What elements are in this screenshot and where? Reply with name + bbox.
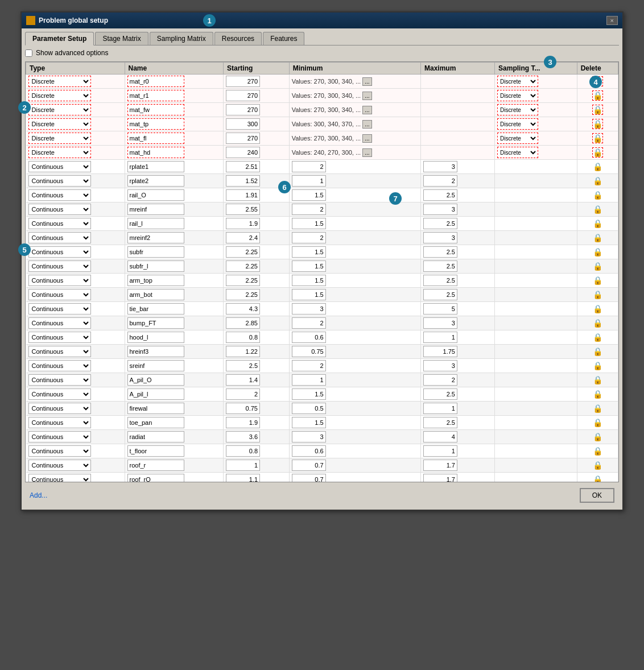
starting-input[interactable]	[226, 204, 260, 215]
tab-stage-matrix[interactable]: Stage Matrix	[95, 32, 148, 45]
max-input[interactable]	[423, 374, 457, 386]
lock-icon[interactable]: 🔒	[593, 347, 602, 356]
starting-input[interactable]	[226, 332, 260, 343]
type-select[interactable]: DiscreteContinuous	[28, 147, 91, 158]
ellipsis-button[interactable]: ...	[362, 148, 371, 157]
name-input[interactable]	[127, 289, 184, 300]
name-input[interactable]	[127, 360, 184, 371]
lock-icon[interactable]: 🔒	[593, 432, 602, 441]
min-input[interactable]	[292, 275, 326, 286]
min-input[interactable]	[292, 474, 326, 482]
starting-input[interactable]	[226, 76, 260, 87]
name-input[interactable]	[127, 403, 184, 414]
name-input[interactable]	[127, 204, 184, 215]
type-select[interactable]: DiscreteContinuous	[28, 204, 91, 215]
type-select[interactable]: DiscreteContinuous	[28, 360, 91, 371]
min-input[interactable]	[292, 218, 326, 229]
name-input[interactable]	[127, 133, 184, 144]
max-input[interactable]	[423, 445, 457, 457]
type-select[interactable]: DiscreteContinuous	[28, 289, 91, 300]
lock-icon[interactable]: 🔒	[593, 446, 602, 456]
name-input[interactable]	[127, 317, 184, 329]
lock-icon[interactable]: 🔒	[593, 162, 602, 171]
starting-input[interactable]	[226, 260, 260, 272]
type-select[interactable]: DiscreteContinuous	[28, 332, 91, 343]
type-select[interactable]: DiscreteContinuous	[28, 431, 91, 442]
name-input[interactable]	[127, 76, 184, 87]
lock-icon[interactable]: 🔒	[593, 304, 602, 313]
tab-sampling-matrix[interactable]: Sampling Matrix	[150, 32, 213, 45]
ellipsis-button[interactable]: ...	[362, 92, 371, 100]
max-input[interactable]	[423, 474, 457, 482]
lock-icon[interactable]: 🔒	[593, 247, 602, 257]
lock-icon[interactable]: 🔒	[593, 361, 602, 370]
lock-icon[interactable]: 🔒	[593, 390, 602, 399]
max-input[interactable]	[423, 360, 457, 371]
name-input[interactable]	[127, 260, 184, 272]
starting-input[interactable]	[226, 360, 260, 371]
min-input[interactable]	[292, 332, 326, 343]
starting-input[interactable]	[226, 417, 260, 428]
max-input[interactable]	[423, 317, 457, 329]
starting-input[interactable]	[226, 275, 260, 286]
min-input[interactable]	[292, 360, 326, 371]
type-select[interactable]: DiscreteContinuous	[28, 260, 91, 272]
starting-input[interactable]	[226, 346, 260, 357]
lock-icon[interactable]: 🔒	[593, 191, 602, 200]
sampling-select[interactable]: Discrete	[497, 118, 538, 130]
max-input[interactable]	[423, 232, 457, 243]
min-input[interactable]	[292, 204, 326, 215]
ellipsis-button[interactable]: ...	[362, 134, 371, 143]
min-input[interactable]	[292, 246, 326, 258]
name-input[interactable]	[127, 332, 184, 343]
name-input[interactable]	[127, 460, 184, 471]
tab-features[interactable]: Features	[263, 32, 304, 45]
type-select[interactable]: DiscreteContinuous	[28, 403, 91, 414]
sampling-select[interactable]: Discrete	[497, 147, 538, 158]
starting-input[interactable]	[226, 403, 260, 414]
max-input[interactable]	[423, 218, 457, 229]
min-input[interactable]	[292, 374, 326, 386]
name-input[interactable]	[127, 104, 184, 115]
name-input[interactable]	[127, 147, 184, 158]
name-input[interactable]	[127, 218, 184, 229]
show-advanced-checkbox[interactable]	[25, 49, 32, 57]
type-select[interactable]: DiscreteContinuous	[28, 388, 91, 400]
tab-parameter-setup[interactable]: Parameter Setup	[25, 32, 94, 46]
type-select[interactable]: DiscreteContinuous	[28, 303, 91, 315]
starting-input[interactable]	[226, 218, 260, 229]
min-input[interactable]	[292, 189, 326, 201]
max-input[interactable]	[423, 175, 457, 187]
starting-input[interactable]	[226, 317, 260, 329]
type-select[interactable]: DiscreteContinuous	[28, 133, 91, 144]
close-button[interactable]: ×	[606, 16, 618, 25]
lock-icon[interactable]: 🔒	[593, 205, 602, 214]
tab-resources[interactable]: Resources	[214, 32, 262, 45]
max-input[interactable]	[423, 303, 457, 315]
min-input[interactable]	[292, 417, 326, 428]
starting-input[interactable]	[226, 374, 260, 386]
starting-input[interactable]	[226, 147, 260, 158]
max-input[interactable]	[423, 260, 457, 272]
ellipsis-button[interactable]: ...	[362, 106, 371, 114]
lock-icon[interactable]: 🔒	[593, 475, 602, 482]
lock-icon[interactable]: 🔒	[593, 333, 602, 342]
max-input[interactable]	[423, 289, 457, 300]
name-input[interactable]	[127, 90, 184, 101]
min-input[interactable]	[292, 303, 326, 315]
lock-icon[interactable]: 🔒	[593, 219, 602, 228]
name-input[interactable]	[127, 431, 184, 442]
name-input[interactable]	[127, 417, 184, 428]
starting-input[interactable]	[226, 118, 260, 130]
starting-input[interactable]	[226, 175, 260, 187]
max-input[interactable]	[423, 431, 457, 442]
lock-icon[interactable]: 🔒	[593, 276, 602, 285]
min-input[interactable]	[292, 260, 326, 272]
ellipsis-button[interactable]: ...	[362, 120, 371, 129]
min-input[interactable]	[292, 388, 326, 400]
starting-input[interactable]	[226, 431, 260, 442]
max-input[interactable]	[423, 460, 457, 471]
max-input[interactable]	[423, 275, 457, 286]
add-link[interactable]: Add...	[30, 491, 47, 499]
type-select[interactable]: DiscreteContinuous	[28, 246, 91, 258]
